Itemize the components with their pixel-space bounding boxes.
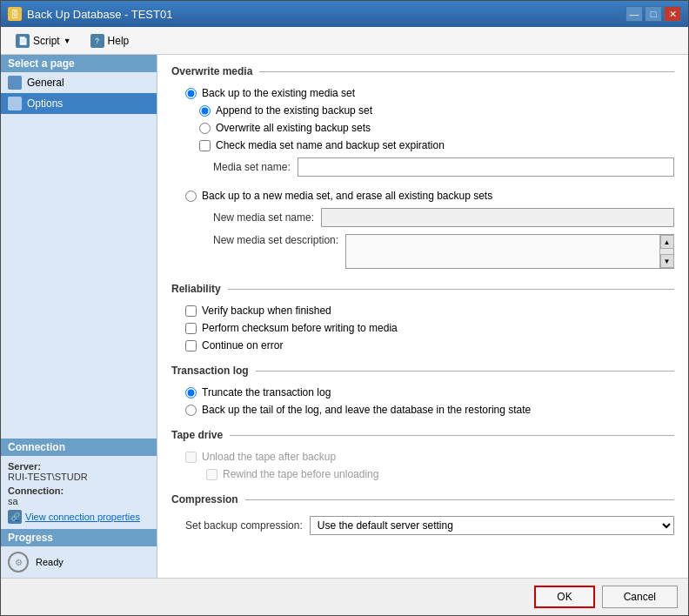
radio-tail-input[interactable] xyxy=(185,405,197,416)
checkbox-unload-input[interactable] xyxy=(185,452,197,463)
sidebar-item-general-label: General xyxy=(27,77,64,89)
reliability-label: Reliability xyxy=(171,283,221,295)
radio-append-input[interactable] xyxy=(199,105,211,117)
reliability-section: Reliability Verify backup when finished … xyxy=(171,283,674,354)
new-media-name-input[interactable] xyxy=(321,208,674,227)
checkbox-unload[interactable]: Unload the tape after backup xyxy=(171,448,674,465)
content-area: Overwrite media Back up to the existing … xyxy=(157,55,688,578)
scroll-down-button[interactable]: ▼ xyxy=(660,254,674,268)
connection-label2: Connection: xyxy=(8,485,150,496)
script-icon: 📄 xyxy=(16,34,30,48)
checkbox-continue-input[interactable] xyxy=(185,340,197,352)
transaction-log-label: Transaction log xyxy=(171,365,249,377)
tape-drive-header: Tape drive xyxy=(171,429,674,441)
connection-link-icon: 🔗 xyxy=(8,510,22,524)
radio-new-media-input[interactable] xyxy=(185,191,197,202)
new-media-desc-wrapper: ▲ ▼ xyxy=(345,234,674,269)
radio-new-media[interactable]: Back up to a new media set, and erase al… xyxy=(171,187,674,204)
view-connection-label: View connection properties xyxy=(25,512,140,522)
checkbox-continue[interactable]: Continue on error xyxy=(171,337,674,354)
set-backup-compression-label: Set backup compression: xyxy=(185,519,303,532)
compression-section: Compression Set backup compression: Use … xyxy=(171,493,674,539)
overwrite-media-section: Overwrite media Back up to the existing … xyxy=(171,65,674,272)
checkbox-rewind[interactable]: Rewind the tape before unloading xyxy=(171,465,674,483)
progress-block: ⚙ Ready xyxy=(1,546,157,578)
script-button[interactable]: 📄 Script ▼ xyxy=(8,31,79,50)
ok-button[interactable]: OK xyxy=(534,586,594,608)
radio-tail[interactable]: Back up the tail of the log, and leave t… xyxy=(171,401,674,418)
tape-drive-section: Tape drive Unload the tape after backup … xyxy=(171,429,674,483)
checkbox-checksum[interactable]: Perform checksum before writing to media xyxy=(171,319,674,337)
sidebar-item-options-label: Options xyxy=(27,97,63,110)
checkbox-unload-label: Unload the tape after backup xyxy=(202,451,336,463)
media-set-name-row: Media set name: xyxy=(171,154,674,180)
radio-overwrite-label: Overwrite all existing backup sets xyxy=(216,122,371,134)
radio-truncate-input[interactable] xyxy=(185,387,197,398)
scroll-up-button[interactable]: ▲ xyxy=(660,235,674,249)
connection-label: Connection xyxy=(1,439,157,456)
sidebar-nav: General Options xyxy=(1,72,157,114)
script-dropdown-arrow: ▼ xyxy=(64,37,71,45)
compression-label: Compression xyxy=(171,493,238,506)
radio-existing-media-label: Back up to the existing media set xyxy=(202,87,355,99)
new-media-desc-label: New media set description: xyxy=(213,234,338,246)
tape-drive-label: Tape drive xyxy=(171,429,223,441)
checkbox-check-media-input[interactable] xyxy=(199,140,211,151)
new-media-desc-input[interactable] xyxy=(346,235,659,268)
help-label: Help xyxy=(108,35,130,47)
sidebar-item-general[interactable]: General xyxy=(1,72,157,93)
server-value: RUI-TEST\STUDR xyxy=(8,472,150,482)
radio-overwrite-input[interactable] xyxy=(199,123,211,134)
overwrite-media-header: Overwrite media xyxy=(171,65,674,77)
main-content: Select a page General Options Connection… xyxy=(1,55,688,578)
new-media-name-label: New media set name: xyxy=(213,211,314,224)
ready-label: Ready xyxy=(36,557,64,567)
checkbox-rewind-label: Rewind the tape before unloading xyxy=(223,468,378,480)
radio-truncate[interactable]: Truncate the transaction log xyxy=(171,384,674,401)
sidebar: Select a page General Options Connection… xyxy=(1,55,157,578)
compression-select-row: Set backup compression: Use the default … xyxy=(171,512,674,539)
minimize-button[interactable]: — xyxy=(625,6,643,22)
help-icon: ? xyxy=(90,34,104,48)
checkbox-verify-label: Verify backup when finished xyxy=(202,305,331,317)
title-bar-left: 🗄 Back Up Database - TEST01 xyxy=(8,7,172,21)
sidebar-item-options[interactable]: Options xyxy=(1,93,157,114)
title-bar-controls: — □ ✕ xyxy=(625,6,681,22)
radio-new-media-label: Back up to a new media set, and erase al… xyxy=(202,190,492,202)
new-media-desc-row: New media set description: ▲ ▼ xyxy=(171,231,674,272)
checkbox-verify-input[interactable] xyxy=(185,305,197,317)
reliability-header: Reliability xyxy=(171,283,674,295)
restore-button[interactable]: □ xyxy=(645,6,662,22)
window-icon: 🗄 xyxy=(8,7,22,21)
checkbox-check-media-label: Check media set name and backup set expi… xyxy=(216,139,445,151)
media-set-name-input[interactable] xyxy=(298,157,674,177)
title-bar: 🗄 Back Up Database - TEST01 — □ ✕ xyxy=(1,1,688,27)
compression-select[interactable]: Use the default server setting Compress … xyxy=(310,516,674,535)
desc-scrollbar: ▲ ▼ xyxy=(659,235,673,268)
radio-append-label: Append to the existing backup set xyxy=(216,104,372,117)
transaction-log-section: Transaction log Truncate the transaction… xyxy=(171,365,674,418)
footer: OK Cancel xyxy=(1,578,688,615)
checkbox-check-media[interactable]: Check media set name and backup set expi… xyxy=(171,137,674,154)
view-connection-link[interactable]: 🔗 View connection properties xyxy=(8,510,150,524)
radio-append[interactable]: Append to the existing backup set xyxy=(171,102,674,119)
transaction-log-header: Transaction log xyxy=(171,365,674,377)
connection-value: sa xyxy=(8,496,150,506)
server-label: Server: xyxy=(8,461,150,472)
checkbox-continue-label: Continue on error xyxy=(202,339,283,352)
overwrite-media-label: Overwrite media xyxy=(171,65,252,77)
main-window: 🗄 Back Up Database - TEST01 — □ ✕ 📄 Scri… xyxy=(0,0,689,616)
checkbox-checksum-input[interactable] xyxy=(185,323,197,334)
radio-overwrite[interactable]: Overwrite all existing backup sets xyxy=(171,119,674,137)
checkbox-rewind-input[interactable] xyxy=(206,469,217,480)
progress-icon: ⚙ xyxy=(8,552,29,572)
radio-truncate-label: Truncate the transaction log xyxy=(202,386,331,398)
checkbox-verify[interactable]: Verify backup when finished xyxy=(171,302,674,319)
media-set-name-label: Media set name: xyxy=(213,161,291,173)
options-icon xyxy=(8,97,22,110)
radio-existing-media[interactable]: Back up to the existing media set xyxy=(171,84,674,102)
close-button[interactable]: ✕ xyxy=(664,6,681,22)
cancel-button[interactable]: Cancel xyxy=(602,586,678,608)
help-button[interactable]: ? Help xyxy=(83,31,137,50)
radio-existing-media-input[interactable] xyxy=(185,88,197,99)
